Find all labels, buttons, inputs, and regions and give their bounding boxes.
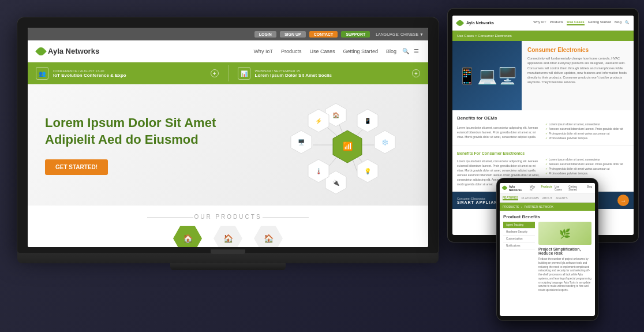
tablet-oems-body: Lorem ipsum dolor sit amet, consectetur … xyxy=(457,125,541,139)
phone-sidebar-customization[interactable]: Customization xyxy=(503,236,535,243)
tablet-search-icon[interactable]: 🔍 xyxy=(625,20,629,25)
phone-tab-about[interactable]: ABOUT xyxy=(542,196,552,200)
svg-text:📱: 📱 xyxy=(364,117,372,125)
language-selector[interactable]: LANGUAGE: CHINESE ▼ xyxy=(376,32,424,36)
products-title: OUR PRODUCTS xyxy=(39,214,417,220)
phone-breadcrumb-sep: › xyxy=(521,205,522,208)
login-button[interactable]: LOGIN xyxy=(254,31,276,38)
phone-breadcrumb: PRODUCTS › PARTNER NETWORK xyxy=(500,203,595,211)
nav-links: Why IoT Products Use Cases Getting Start… xyxy=(253,49,396,54)
phone-tab-agents[interactable]: AGENTS xyxy=(556,196,568,200)
phone-nav-links: Why IoT Products Use Cases Getting Start… xyxy=(530,185,592,191)
phone-breadcrumb-partner: PARTNER NETWORK xyxy=(525,205,553,208)
tablet-nav-why-iot[interactable]: Why IoT xyxy=(533,20,546,25)
scene: LOGIN SIGN UP CONTACT SUPPORT LANGUAGE: … xyxy=(0,0,644,332)
tablet-consumer-title: Benefits For Consumer Electronics xyxy=(457,150,541,156)
phone-main-content: 🌿 Project Simplification, Reduce Risk Re… xyxy=(538,222,591,293)
tablet-logo-leaf xyxy=(456,18,464,27)
contact-button[interactable]: CONTACT xyxy=(309,31,338,38)
banner-event-1-plus[interactable]: + xyxy=(211,69,219,77)
phone-two-col: Agent Tracking Hardware Security Customi… xyxy=(503,222,591,293)
phone-sidebar-hardware-security[interactable]: Hardware Security xyxy=(503,229,535,236)
tablet-nav-links: Why IoT Products Use Cases Getting Start… xyxy=(533,20,629,25)
signup-button[interactable]: SIGN UP xyxy=(280,31,306,38)
tablet-hero-image: 📱💻🖥️ xyxy=(452,41,522,110)
svg-text:🖥️: 🖥️ xyxy=(298,139,305,146)
tablet-nav-blog[interactable]: Blog xyxy=(615,20,621,25)
site-nav: Ayla Networks Why IoT Products Use Cases… xyxy=(28,40,428,62)
banner-event-2-label: WEBINAR / SEPTEMBER 15 xyxy=(255,69,332,73)
menu-icon[interactable]: ☰ xyxy=(414,48,419,54)
nav-use-cases[interactable]: Use Cases xyxy=(309,49,335,54)
phone-logo-leaf xyxy=(501,185,507,191)
tablet-banner-arrow[interactable]: → xyxy=(617,195,629,206)
product-hex-icon-2: 🏠 xyxy=(223,234,233,243)
laptop-base xyxy=(17,253,439,263)
product-item-1: 🏠 xyxy=(173,226,202,247)
tablet-brand: Ayla Networks xyxy=(466,21,494,25)
phone-brand: Ayla Networks xyxy=(509,185,528,192)
nav-getting-started[interactable]: Getting Started xyxy=(343,49,378,54)
product-hex-2: 🏠 xyxy=(214,226,242,247)
phone-breadcrumb-products: PRODUCTS xyxy=(503,205,519,208)
tablet-breadcrumb: Use Cases > Consumer Electronics xyxy=(452,31,634,41)
phone-content-body: Reduce the number of project unknowns by… xyxy=(538,258,591,293)
phone-content-section: Product Benefits Agent Tracking Hardware… xyxy=(500,211,595,296)
nav-blog[interactable]: Blog xyxy=(386,49,396,54)
tablet-oems-cols: Benefits for OEMs Lorem ipsum dolor sit … xyxy=(457,115,629,140)
phone-outer: Ayla Networks Why IoT Products Use Cases… xyxy=(497,178,598,320)
support-button[interactable]: SUPPORT xyxy=(341,31,370,38)
phone-nav-products[interactable]: Products xyxy=(541,185,553,191)
hex-network-svg: 📶 🏠 📱 ❄️ 💡 xyxy=(278,93,417,197)
webinar-icon: 📊 xyxy=(238,67,250,80)
phone-nav-blog[interactable]: Blog xyxy=(587,185,592,191)
laptop-device: LOGIN SIGN UP CONTACT SUPPORT LANGUAGE: … xyxy=(17,17,439,270)
svg-text:📶: 📶 xyxy=(343,141,353,151)
logo-leaf-icon xyxy=(35,46,47,57)
phone-sidebar: Agent Tracking Hardware Security Customi… xyxy=(503,222,535,293)
tablet-hero-section: 📱💻🖥️ Consumer Electronics Connectivity w… xyxy=(452,41,634,110)
nav-why-iot[interactable]: Why IoT xyxy=(253,49,273,54)
banner-event-1-label: CONFERENCE / AUGUST 17-20 xyxy=(53,69,126,73)
brand-name: Ayla Networks xyxy=(48,47,99,55)
product-hex-3: 🏠 xyxy=(254,226,283,247)
phone-nav-use-cases[interactable]: Use Cases xyxy=(555,185,566,191)
phone-nav-why-iot[interactable]: Why IoT xyxy=(530,185,538,191)
site-hero: Lorem Ipsum Dolor Sit Amet Adipielit Aed… xyxy=(28,84,428,206)
phone-nav-getting-started[interactable]: Getting Started xyxy=(568,185,585,191)
phone-device: Ayla Networks Why IoT Products Use Cases… xyxy=(497,178,598,320)
tablet-nav-getting-started[interactable]: Getting Started xyxy=(588,20,611,25)
product-hex-icon-1: 🏠 xyxy=(183,234,193,243)
tablet-nav-products[interactable]: Products xyxy=(550,20,564,25)
banner-event-2-text: WEBINAR / SEPTEMBER 15 Lorem Ipsum Dolor… xyxy=(255,69,332,78)
tablet-oems-left: Benefits for OEMs Lorem ipsum dolor sit … xyxy=(457,115,541,140)
svg-text:❄️: ❄️ xyxy=(381,139,389,146)
svg-text:💡: 💡 xyxy=(364,167,372,175)
search-icon[interactable]: 🔍 xyxy=(402,48,409,54)
tablet-hero-title: Consumer Electronics xyxy=(527,47,628,53)
svg-text:🔌: 🔌 xyxy=(332,179,340,186)
phone-sidebar-notifications[interactable]: Notifications xyxy=(503,243,535,249)
tablet-consumer-checklist: ✓Lorem ipsum dolor sit amet, consectetur… xyxy=(545,157,629,176)
site-top-bar: LOGIN SIGN UP CONTACT SUPPORT LANGUAGE: … xyxy=(28,28,428,40)
phone-sidebar-agent-tracking[interactable]: Agent Tracking xyxy=(503,222,535,229)
products-icons: 🏠 🏠 🏠 xyxy=(39,226,417,247)
nav-products[interactable]: Products xyxy=(281,49,302,54)
phone-nav: Ayla Networks Why IoT Products Use Cases… xyxy=(500,183,595,193)
nav-icons: 🔍 ☰ xyxy=(402,48,419,54)
banner-event-2-title: Lorem Ipsum Dolor Sit Amet Sociis xyxy=(255,73,332,78)
product-hex-icon-3: 🏠 xyxy=(264,234,274,243)
tablet-hero-body: Connectivity will fundamentally change h… xyxy=(527,56,628,85)
phone-tab-features[interactable]: FEATURES xyxy=(503,196,518,200)
phone-tab-platforms[interactable]: PLATFORMS xyxy=(522,196,539,200)
hero-cta-button[interactable]: GET STARTED! xyxy=(45,159,108,175)
tablet-nav-use-cases[interactable]: Use Cases xyxy=(567,20,584,25)
laptop-screen-outer: LOGIN SIGN UP CONTACT SUPPORT LANGUAGE: … xyxy=(17,17,439,253)
banner-event-2-plus[interactable]: + xyxy=(412,69,420,77)
site-banner: 👥 CONFERENCE / AUGUST 17-20 IoT Evolutio… xyxy=(28,62,428,84)
tablet-oems-section: Benefits for OEMs Lorem ipsum dolor sit … xyxy=(452,110,634,146)
hero-graphic: 📶 🏠 📱 ❄️ 💡 xyxy=(278,93,417,197)
site-logo: Ayla Networks xyxy=(37,47,253,55)
tablet-oems-checklist: ✓Lorem ipsum dolor sit amet, consectetur… xyxy=(545,122,629,140)
phone-screen: Ayla Networks Why IoT Products Use Cases… xyxy=(500,183,595,316)
